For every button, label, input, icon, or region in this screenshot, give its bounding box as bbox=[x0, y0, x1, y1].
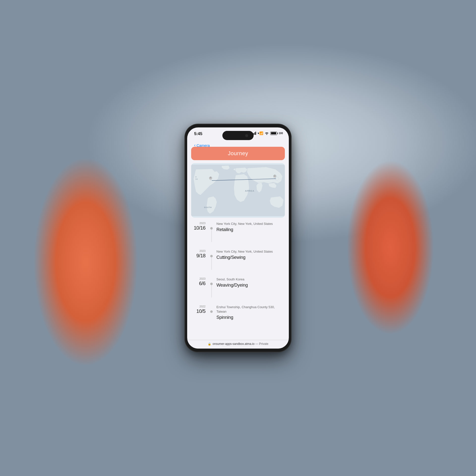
timeline: 2023 10/16 New York City, New York, Unit… bbox=[187, 222, 289, 337]
map-container: AFRICA SOUTH H CA bbox=[191, 163, 285, 218]
timeline-connector bbox=[209, 222, 213, 242]
svg-text:H: H bbox=[195, 176, 197, 178]
dynamic-island bbox=[222, 131, 254, 140]
phone-device: 5:45 ▾📶 bbox=[185, 124, 291, 352]
timeline-date: 10/5 bbox=[192, 308, 206, 314]
timeline-location: New York City, New York, United States bbox=[216, 222, 284, 226]
journey-title: Journey bbox=[228, 150, 248, 156]
timeline-year: 2023 bbox=[192, 277, 206, 280]
wifi-icon bbox=[265, 132, 269, 135]
timeline-info: New York City, New York, United States C… bbox=[213, 249, 284, 260]
timeline-item: 2022 10/5 Ershui Township, Changhua Coun… bbox=[187, 305, 289, 320]
status-time: 5:45 bbox=[194, 131, 202, 136]
phone-shell: 5:45 ▾📶 bbox=[185, 124, 291, 352]
timeline-activity: Spinning bbox=[216, 315, 284, 320]
timeline-connector bbox=[209, 305, 213, 313]
battery-icon: 100 bbox=[270, 132, 283, 135]
timeline-location: New York City, New York, United States bbox=[216, 249, 284, 254]
timeline-location: Seoul, South Korea bbox=[216, 277, 284, 282]
status-icons: ▾📶 100 bbox=[252, 131, 283, 135]
timeline-activity: Cutting/Sewing bbox=[216, 255, 284, 260]
timeline-activity: Weaving/Dyeing bbox=[216, 283, 284, 288]
timeline-year: 2023 bbox=[192, 222, 206, 225]
timeline-line bbox=[211, 285, 212, 298]
svg-point-7 bbox=[274, 176, 275, 177]
svg-text:SOUTH: SOUTH bbox=[204, 206, 212, 208]
back-chevron-icon: ‹ bbox=[194, 143, 196, 148]
svg-text:CA: CA bbox=[195, 178, 198, 180]
timeline-dot bbox=[210, 283, 213, 285]
timeline-dot bbox=[210, 255, 213, 257]
timeline-item: 2023 10/16 New York City, New York, Unit… bbox=[187, 222, 289, 242]
svg-point-6 bbox=[210, 178, 211, 178]
lock-icon: 🔒 bbox=[208, 342, 211, 346]
timeline-year: 2022 bbox=[192, 305, 206, 308]
date-column: 2023 6/6 bbox=[192, 277, 209, 286]
front-camera bbox=[245, 134, 248, 137]
timeline-info: Ershui Township, Changhua County 530, Ta… bbox=[213, 305, 284, 320]
browser-bar: 🔒 onsumer-apps-sandbox.atma.io — Private bbox=[187, 340, 289, 349]
timeline-dot bbox=[210, 227, 213, 230]
url-text: onsumer-apps-sandbox.atma.io — Private bbox=[213, 342, 268, 346]
timeline-date: 9/18 bbox=[192, 253, 206, 259]
timeline-info: New York City, New York, United States R… bbox=[213, 222, 284, 232]
timeline-connector bbox=[209, 249, 213, 270]
map-label-africa: AFRICA bbox=[245, 190, 254, 192]
phone-screen: 5:45 ▾📶 bbox=[187, 127, 289, 349]
timeline-connector bbox=[209, 277, 213, 298]
svg-point-0 bbox=[267, 134, 267, 135]
date-column: 2022 10/5 bbox=[192, 305, 209, 314]
journey-header: Journey bbox=[191, 147, 285, 160]
timeline-dot bbox=[210, 310, 213, 313]
timeline-year: 2023 bbox=[192, 249, 206, 252]
wifi-icon: ▾📶 bbox=[258, 131, 263, 135]
timeline-location: Ershui Township, Changhua County 530, Ta… bbox=[216, 305, 284, 314]
date-column: 2023 10/16 bbox=[192, 222, 209, 231]
date-column: 2023 9/18 bbox=[192, 249, 209, 259]
timeline-line bbox=[211, 230, 212, 242]
timeline-line bbox=[211, 257, 212, 270]
screen-content[interactable]: Journey bbox=[187, 127, 289, 349]
timeline-activity: Retailing bbox=[216, 227, 284, 232]
timeline-item: 2023 9/18 New York City, New York, Unite… bbox=[187, 249, 289, 270]
timeline-date: 6/6 bbox=[192, 281, 206, 286]
timeline-date: 10/16 bbox=[192, 225, 206, 231]
back-button[interactable]: ‹ Camera bbox=[194, 143, 210, 148]
timeline-info: Seoul, South Korea Weaving/Dyeing bbox=[213, 277, 284, 288]
timeline-item: 2023 6/6 Seoul, South Korea Weaving/Dyei… bbox=[187, 277, 289, 298]
world-map: AFRICA SOUTH H CA bbox=[191, 163, 285, 218]
